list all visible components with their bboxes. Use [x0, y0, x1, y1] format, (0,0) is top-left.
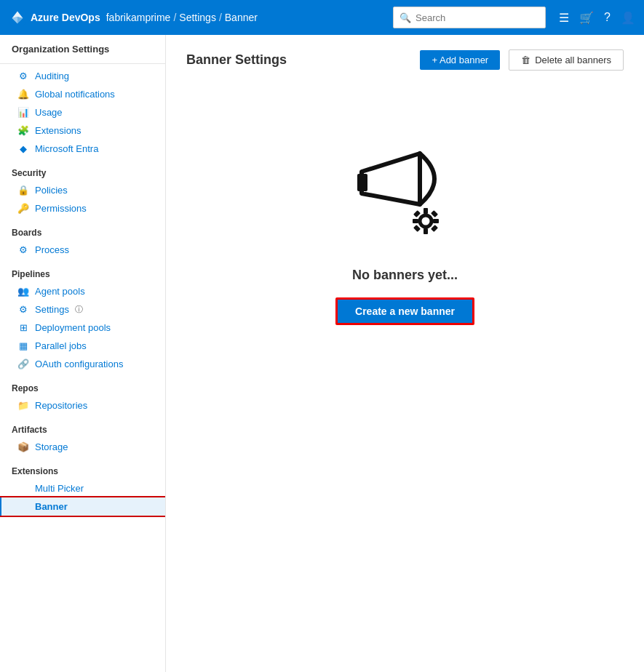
create-new-banner-button[interactable]: Create a new banner — [335, 297, 474, 325]
svg-point-2 — [420, 215, 432, 227]
sidebar-item-label: Extensions — [35, 125, 82, 136]
sidebar-divider-top — [0, 63, 165, 64]
sidebar-item-auditing[interactable]: ⚙ Auditing — [0, 67, 165, 85]
logo-text: Azure DevOps — [31, 12, 100, 23]
svg-rect-7 — [413, 210, 421, 217]
breadcrumb-org[interactable]: fabrikamprime — [106, 12, 171, 23]
logo[interactable]: Azure DevOps — [9, 9, 100, 26]
page-title: Banner Settings — [186, 52, 411, 68]
deployment-pools-icon: ⊞ — [17, 322, 29, 333]
sidebar-item-deployment-pools[interactable]: ⊞ Deployment pools — [0, 319, 165, 337]
sidebar-item-label: Storage — [35, 441, 68, 452]
breadcrumb-sep2: / — [219, 12, 222, 23]
storage-icon: 📦 — [17, 441, 29, 452]
empty-state-icon — [347, 146, 464, 250]
sidebar-item-policies[interactable]: 🔒 Policies — [0, 181, 165, 199]
search-input[interactable] — [416, 12, 539, 23]
sidebar-item-label: Multi Picker — [35, 483, 84, 494]
breadcrumb-sep1: / — [173, 12, 176, 23]
trash-icon: 🗑 — [521, 55, 530, 65]
help-icon[interactable]: ? — [604, 11, 611, 24]
sidebar-item-pipeline-settings[interactable]: ⚙ Settings ⓘ — [0, 300, 165, 319]
sidebar-item-microsoft-entra[interactable]: ◆ Microsoft Entra — [0, 140, 165, 158]
repositories-icon: 📁 — [17, 400, 29, 411]
svg-rect-3 — [424, 208, 428, 214]
svg-rect-9 — [413, 225, 421, 232]
sidebar-item-storage[interactable]: 📦 Storage — [0, 438, 165, 456]
svg-marker-0 — [362, 153, 420, 204]
breadcrumb-banner[interactable]: Banner — [225, 12, 258, 23]
section-pipelines: Pipelines — [0, 259, 165, 282]
svg-rect-10 — [431, 225, 438, 232]
sidebar-item-label: Microsoft Entra — [35, 143, 98, 154]
sidebar-item-label: Settings — [35, 304, 69, 315]
sidebar-item-label: Usage — [35, 107, 63, 118]
sidebar-item-permissions[interactable]: 🔑 Permissions — [0, 199, 165, 217]
oauth-icon: 🔗 — [17, 359, 29, 369]
sidebar-item-extensions[interactable]: 🧩 Extensions — [0, 121, 165, 140]
sidebar-item-parallel-jobs[interactable]: ▦ Parallel jobs — [0, 337, 165, 355]
sidebar-item-label: Parallel jobs — [35, 340, 87, 351]
menu-icon[interactable]: ☰ — [559, 11, 569, 25]
section-artifacts: Artifacts — [0, 415, 165, 438]
add-banner-label: + Add banner — [432, 55, 488, 65]
delete-all-banners-button[interactable]: 🗑 Delete all banners — [509, 49, 624, 71]
content-header: Banner Settings + Add banner 🗑 Delete al… — [186, 49, 624, 71]
notifications-icon: 🔔 — [17, 89, 29, 100]
section-boards: Boards — [0, 217, 165, 241]
svg-rect-6 — [433, 219, 439, 223]
breadcrumb-settings[interactable]: Settings — [179, 12, 216, 23]
pipeline-settings-icon: ⚙ — [17, 304, 29, 315]
empty-state-text: No banners yet... — [352, 268, 458, 283]
section-repos: Repos — [0, 373, 165, 396]
sidebar-item-label: Banner — [35, 501, 68, 512]
search-icon: 🔍 — [399, 12, 411, 23]
content-area: Banner Settings + Add banner 🗑 Delete al… — [166, 35, 644, 672]
sidebar-item-label: Repositories — [35, 400, 87, 411]
delete-all-label: Delete all banners — [535, 55, 611, 65]
section-extensions-2: Extensions — [0, 456, 165, 479]
sidebar: Organization Settings ⚙ Auditing 🔔 Globa… — [0, 35, 166, 672]
svg-rect-5 — [413, 219, 418, 223]
process-icon: ⚙ — [17, 244, 29, 255]
sidebar-title: Organization Settings — [0, 35, 165, 60]
auditing-icon: ⚙ — [17, 71, 29, 81]
sidebar-item-label: Agent pools — [35, 286, 85, 297]
extensions-icon: 🧩 — [17, 125, 29, 136]
main-layout: Organization Settings ⚙ Auditing 🔔 Globa… — [0, 35, 644, 672]
sidebar-item-label: Permissions — [35, 203, 87, 214]
search-box[interactable]: 🔍 — [393, 7, 546, 28]
sidebar-item-label: Global notifications — [35, 89, 115, 100]
sidebar-item-oauth[interactable]: 🔗 OAuth configurations — [0, 355, 165, 373]
sidebar-item-agent-pools[interactable]: 👥 Agent pools — [0, 282, 165, 300]
topbar-icons: ☰ 🛒 ? 👤 — [559, 11, 635, 25]
sidebar-item-banner[interactable]: Banner — [0, 497, 165, 516]
svg-rect-4 — [424, 228, 428, 234]
section-security: Security — [0, 158, 165, 181]
parallel-jobs-icon: ▦ — [17, 340, 29, 351]
basket-icon[interactable]: 🛒 — [579, 11, 594, 25]
settings-badge-icon: ⓘ — [75, 304, 83, 315]
sidebar-item-label: Auditing — [35, 71, 69, 81]
svg-rect-1 — [357, 174, 367, 191]
permissions-icon: 🔑 — [17, 203, 29, 214]
usage-icon: 📊 — [17, 107, 29, 118]
add-banner-button[interactable]: + Add banner — [420, 50, 500, 70]
sidebar-item-label: Policies — [35, 185, 68, 196]
user-icon[interactable]: 👤 — [621, 11, 635, 25]
sidebar-item-repositories[interactable]: 📁 Repositories — [0, 396, 165, 415]
topbar: Azure DevOps fabrikamprime / Settings / … — [0, 0, 644, 35]
agent-pools-icon: 👥 — [17, 286, 29, 297]
entra-icon: ◆ — [17, 143, 29, 154]
sidebar-item-process[interactable]: ⚙ Process — [0, 241, 165, 259]
sidebar-item-usage[interactable]: 📊 Usage — [0, 103, 165, 121]
sidebar-item-label: OAuth configurations — [35, 359, 123, 369]
breadcrumb: fabrikamprime / Settings / Banner — [106, 12, 258, 23]
empty-state: No banners yet... Create a new banner — [186, 88, 624, 325]
policies-icon: 🔒 — [17, 185, 29, 196]
create-banner-label: Create a new banner — [355, 305, 455, 317]
sidebar-item-global-notifications[interactable]: 🔔 Global notifications — [0, 85, 165, 103]
sidebar-item-label: Process — [35, 244, 69, 255]
sidebar-item-multi-picker[interactable]: Multi Picker — [0, 479, 165, 497]
sidebar-item-label: Deployment pools — [35, 322, 111, 333]
